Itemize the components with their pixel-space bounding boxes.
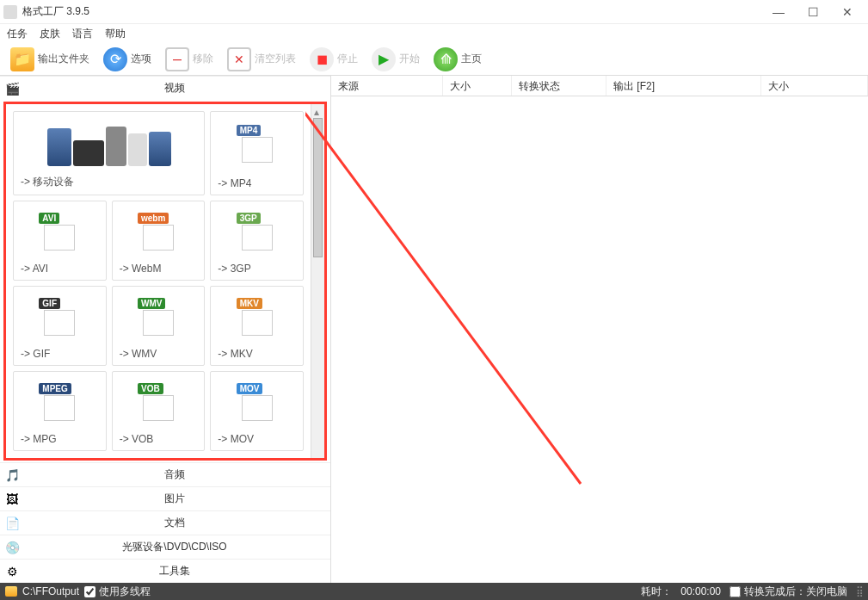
tile-avi[interactable]: AVI -> AVI <box>13 201 107 281</box>
menu-skin[interactable]: 皮肤 <box>40 27 60 41</box>
options-button[interactable]: ⟳ 选项 <box>100 46 155 73</box>
video-formats-panel: -> 移动设备 MP4 -> MP4 AVI -> AVI webm -> We… <box>3 102 327 461</box>
tile-mobile-label: -> 移动设备 <box>21 171 197 189</box>
category-document[interactable]: 📄 文档 <box>0 510 330 535</box>
tile-3gp[interactable]: 3GP -> 3GP <box>210 201 304 281</box>
output-folder-label: 输出文件夹 <box>38 52 89 66</box>
category-tools[interactable]: ⚙ 工具集 <box>0 559 330 583</box>
tile-3gp-label: -> 3GP <box>218 259 296 275</box>
category-video[interactable]: 🎬 视频 <box>0 76 330 100</box>
maximize-button[interactable]: ☐ <box>796 2 830 22</box>
category-audio-label: 音频 <box>22 467 327 482</box>
document-icon: 📄 <box>3 516 21 531</box>
menu-help[interactable]: 帮助 <box>105 27 126 41</box>
th-size2[interactable]: 大小 <box>761 76 868 96</box>
svg-line-0 <box>305 114 581 484</box>
tile-mkv-label: -> MKV <box>218 344 296 360</box>
th-output[interactable]: 输出 [F2] <box>606 76 761 96</box>
tile-mobile[interactable]: -> 移动设备 <box>13 111 205 195</box>
home-label: 主页 <box>461 52 482 66</box>
annotation-arrow <box>305 105 632 518</box>
left-panel: 🎬 视频 -> 移动设备 MP4 -> MP4 AVI -> AVI webm <box>0 76 331 583</box>
multithread-toggle[interactable]: 使用多线程 <box>84 585 151 599</box>
disc-icon: 💿 <box>3 540 21 555</box>
status-output-path[interactable]: C:\FFOutput <box>22 585 79 597</box>
window-titlebar: 格式工厂 3.9.5 — ☐ ✕ <box>0 0 868 24</box>
category-disc-label: 光驱设备\DVD\CD\ISO <box>22 540 327 554</box>
after-convert-checkbox[interactable] <box>729 586 741 597</box>
category-image[interactable]: 🖼 图片 <box>0 486 330 510</box>
threegp-icon: 3GP <box>237 213 278 254</box>
clear-icon <box>227 47 251 71</box>
resize-grip[interactable]: ⣿ <box>856 585 863 597</box>
home-button[interactable]: ⟰ 主页 <box>430 46 485 73</box>
tile-wmv-label: -> WMV <box>120 344 198 360</box>
webm-icon: webm <box>138 213 179 254</box>
remove-icon <box>165 47 189 71</box>
th-source[interactable]: 来源 <box>331 76 443 96</box>
after-convert-toggle[interactable]: 转换完成后：关闭电脑 <box>729 585 847 599</box>
main-area: 🎬 视频 -> 移动设备 MP4 -> MP4 AVI -> AVI webm <box>0 76 868 583</box>
multithread-label: 使用多线程 <box>99 585 151 599</box>
menu-lang[interactable]: 语言 <box>72 27 93 41</box>
toolbar: 📁 输出文件夹 ⟳ 选项 移除 清空列表 ◼ 停止 ▶ 开始 ⟰ 主页 <box>0 43 868 76</box>
tile-gif-label: -> GIF <box>21 344 99 360</box>
multithread-checkbox[interactable] <box>84 586 95 597</box>
menu-task[interactable]: 任务 <box>7 27 28 41</box>
tools-icon: ⚙ <box>3 564 21 579</box>
elapsed-value: 00:00:00 <box>680 585 721 597</box>
output-folder-button[interactable]: 📁 输出文件夹 <box>7 46 93 73</box>
start-label: 开始 <box>399 52 420 66</box>
stop-icon: ◼ <box>310 47 334 71</box>
tile-vob[interactable]: VOB -> VOB <box>112 371 206 451</box>
category-video-label: 视频 <box>22 81 327 96</box>
task-table-body[interactable] <box>331 96 868 583</box>
tile-mov[interactable]: MOV -> MOV <box>210 371 304 451</box>
tile-gif[interactable]: GIF -> GIF <box>13 286 107 366</box>
category-disc[interactable]: 💿 光驱设备\DVD\CD\ISO <box>0 535 330 559</box>
remove-button[interactable]: 移除 <box>162 46 217 73</box>
stop-label: 停止 <box>337 52 358 66</box>
status-folder-icon[interactable] <box>5 586 17 597</box>
tile-mov-label: -> MOV <box>218 430 296 445</box>
stop-button[interactable]: ◼ 停止 <box>306 46 361 73</box>
devices-icon <box>36 123 182 166</box>
vob-icon: VOB <box>138 383 179 424</box>
wmv-icon: WMV <box>138 298 179 339</box>
task-table-header: 来源 大小 转换状态 输出 [F2] 大小 <box>331 76 868 96</box>
tile-webm-label: -> WebM <box>120 259 198 275</box>
home-icon: ⟰ <box>434 47 458 71</box>
minimize-button[interactable]: — <box>761 2 796 22</box>
clear-button[interactable]: 清空列表 <box>224 46 299 73</box>
tile-webm[interactable]: webm -> WebM <box>112 201 206 281</box>
mpg-icon: MPEG <box>39 383 80 424</box>
tile-mkv[interactable]: MKV -> MKV <box>210 286 304 366</box>
th-state[interactable]: 转换状态 <box>512 76 606 96</box>
grid-scrollbar[interactable] <box>311 104 324 458</box>
mov-icon: MOV <box>237 383 278 424</box>
close-button[interactable]: ✕ <box>830 2 865 22</box>
status-bar: C:\FFOutput 使用多线程 耗时： 00:00:00 转换完成后：关闭电… <box>0 583 868 600</box>
tile-wmv[interactable]: WMV -> WMV <box>112 286 206 366</box>
menu-bar: 任务 皮肤 语言 帮助 <box>0 24 868 43</box>
gear-icon: ⟳ <box>103 47 127 71</box>
remove-label: 移除 <box>193 52 213 66</box>
tile-mpg[interactable]: MPEG -> MPG <box>13 371 107 451</box>
category-image-label: 图片 <box>22 492 327 506</box>
avi-icon: AVI <box>39 213 80 254</box>
right-panel: 来源 大小 转换状态 输出 [F2] 大小 <box>331 76 868 583</box>
category-document-label: 文档 <box>22 516 327 530</box>
gif-icon: GIF <box>39 298 80 339</box>
category-audio[interactable]: 🎵 音频 <box>0 462 330 486</box>
tile-mp4[interactable]: MP4 -> MP4 <box>210 111 304 195</box>
tile-vob-label: -> VOB <box>120 430 198 445</box>
image-icon: 🖼 <box>3 492 21 507</box>
tile-avi-label: -> AVI <box>21 259 99 275</box>
tile-mpg-label: -> MPG <box>21 430 99 445</box>
start-button[interactable]: ▶ 开始 <box>368 46 423 73</box>
video-formats-grid: -> 移动设备 MP4 -> MP4 AVI -> AVI webm -> We… <box>6 104 311 458</box>
th-size[interactable]: 大小 <box>443 76 512 96</box>
folder-icon: 📁 <box>10 47 34 71</box>
window-title: 格式工厂 3.9.5 <box>22 4 761 19</box>
elapsed-label: 耗时： <box>641 585 672 599</box>
